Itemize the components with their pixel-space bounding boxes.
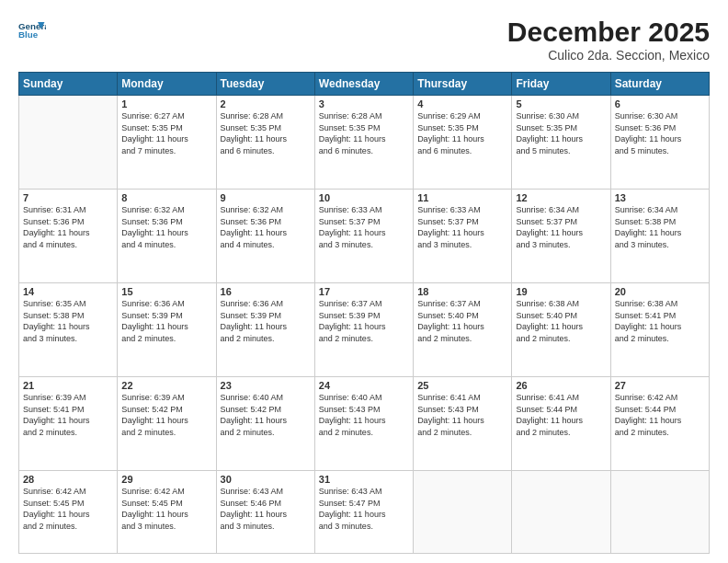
weekday-header-row: SundayMondayTuesdayWednesdayThursdayFrid…: [19, 73, 710, 96]
day-number: 22: [121, 380, 211, 391]
day-number: 25: [417, 380, 507, 391]
day-number: 6: [615, 98, 705, 109]
day-number: 11: [417, 192, 507, 203]
day-number: 8: [121, 192, 211, 203]
day-info: Sunrise: 6:34 AM Sunset: 5:37 PM Dayligh…: [516, 204, 606, 250]
calendar-week-row: 21Sunrise: 6:39 AM Sunset: 5:41 PM Dayli…: [19, 377, 710, 471]
calendar-cell: 27Sunrise: 6:42 AM Sunset: 5:44 PM Dayli…: [610, 377, 709, 471]
day-number: 12: [516, 192, 606, 203]
day-info: Sunrise: 6:43 AM Sunset: 5:46 PM Dayligh…: [221, 486, 311, 532]
logo-icon: General Blue: [18, 17, 46, 44]
location: Culico 2da. Seccion, Mexico: [507, 48, 710, 63]
day-info: Sunrise: 6:42 AM Sunset: 5:45 PM Dayligh…: [121, 486, 211, 532]
svg-text:Blue: Blue: [18, 29, 39, 40]
calendar-cell: 29Sunrise: 6:42 AM Sunset: 5:45 PM Dayli…: [118, 471, 216, 554]
header: General Blue December 2025 Culico 2da. S…: [18, 17, 710, 63]
weekday-header: Wednesday: [314, 73, 413, 96]
day-number: 5: [516, 98, 606, 109]
calendar-table: SundayMondayTuesdayWednesdayThursdayFrid…: [18, 72, 710, 554]
day-number: 30: [221, 474, 311, 485]
day-info: Sunrise: 6:37 AM Sunset: 5:40 PM Dayligh…: [417, 298, 507, 344]
weekday-header: Tuesday: [216, 73, 314, 96]
calendar-cell: 25Sunrise: 6:41 AM Sunset: 5:43 PM Dayli…: [414, 377, 512, 471]
day-number: 31: [319, 474, 409, 485]
day-number: 10: [319, 192, 409, 203]
day-number: 24: [319, 380, 409, 391]
day-info: Sunrise: 6:41 AM Sunset: 5:44 PM Dayligh…: [516, 392, 606, 438]
calendar-cell: 31Sunrise: 6:43 AM Sunset: 5:47 PM Dayli…: [314, 471, 413, 554]
day-info: Sunrise: 6:42 AM Sunset: 5:44 PM Dayligh…: [615, 392, 705, 438]
calendar-week-row: 1Sunrise: 6:27 AM Sunset: 5:35 PM Daylig…: [19, 96, 710, 190]
calendar-cell: 17Sunrise: 6:37 AM Sunset: 5:39 PM Dayli…: [314, 283, 413, 377]
calendar-cell: 15Sunrise: 6:36 AM Sunset: 5:39 PM Dayli…: [118, 283, 216, 377]
calendar-cell: 26Sunrise: 6:41 AM Sunset: 5:44 PM Dayli…: [512, 377, 610, 471]
weekday-header: Monday: [118, 73, 216, 96]
day-number: 21: [23, 380, 113, 391]
calendar-cell: 6Sunrise: 6:30 AM Sunset: 5:36 PM Daylig…: [610, 96, 709, 190]
calendar-cell: 9Sunrise: 6:32 AM Sunset: 5:36 PM Daylig…: [216, 190, 314, 283]
calendar-cell: 4Sunrise: 6:29 AM Sunset: 5:35 PM Daylig…: [414, 96, 512, 190]
page: General Blue December 2025 Culico 2da. S…: [0, 0, 728, 563]
day-number: 3: [319, 98, 409, 109]
calendar-cell: 18Sunrise: 6:37 AM Sunset: 5:40 PM Dayli…: [414, 283, 512, 377]
calendar-cell: [512, 471, 610, 554]
title-block: December 2025 Culico 2da. Seccion, Mexic…: [507, 17, 710, 63]
day-info: Sunrise: 6:39 AM Sunset: 5:41 PM Dayligh…: [23, 392, 113, 438]
day-number: 1: [121, 98, 211, 109]
day-info: Sunrise: 6:37 AM Sunset: 5:39 PM Dayligh…: [319, 298, 409, 344]
day-info: Sunrise: 6:40 AM Sunset: 5:43 PM Dayligh…: [319, 392, 409, 438]
day-number: 16: [221, 286, 311, 297]
weekday-header: Saturday: [610, 73, 709, 96]
calendar-week-row: 14Sunrise: 6:35 AM Sunset: 5:38 PM Dayli…: [19, 283, 710, 377]
day-info: Sunrise: 6:32 AM Sunset: 5:36 PM Dayligh…: [121, 204, 211, 250]
day-number: 26: [516, 380, 606, 391]
month-title: December 2025: [507, 17, 710, 48]
calendar-cell: 13Sunrise: 6:34 AM Sunset: 5:38 PM Dayli…: [610, 190, 709, 283]
day-number: 20: [615, 286, 705, 297]
day-number: 29: [121, 474, 211, 485]
day-number: 23: [221, 380, 311, 391]
day-info: Sunrise: 6:35 AM Sunset: 5:38 PM Dayligh…: [23, 298, 113, 344]
day-info: Sunrise: 6:28 AM Sunset: 5:35 PM Dayligh…: [221, 110, 311, 156]
calendar-cell: [414, 471, 512, 554]
day-number: 18: [417, 286, 507, 297]
calendar-body: 1Sunrise: 6:27 AM Sunset: 5:35 PM Daylig…: [19, 96, 710, 554]
day-info: Sunrise: 6:31 AM Sunset: 5:36 PM Dayligh…: [23, 204, 113, 250]
day-number: 14: [23, 286, 113, 297]
day-number: 17: [319, 286, 409, 297]
calendar-cell: 7Sunrise: 6:31 AM Sunset: 5:36 PM Daylig…: [19, 190, 118, 283]
calendar-cell: 14Sunrise: 6:35 AM Sunset: 5:38 PM Dayli…: [19, 283, 118, 377]
calendar-cell: 23Sunrise: 6:40 AM Sunset: 5:42 PM Dayli…: [216, 377, 314, 471]
day-info: Sunrise: 6:38 AM Sunset: 5:40 PM Dayligh…: [516, 298, 606, 344]
weekday-header: Friday: [512, 73, 610, 96]
day-info: Sunrise: 6:36 AM Sunset: 5:39 PM Dayligh…: [121, 298, 211, 344]
calendar-cell: 22Sunrise: 6:39 AM Sunset: 5:42 PM Dayli…: [118, 377, 216, 471]
calendar-cell: 12Sunrise: 6:34 AM Sunset: 5:37 PM Dayli…: [512, 190, 610, 283]
day-info: Sunrise: 6:30 AM Sunset: 5:35 PM Dayligh…: [516, 110, 606, 156]
day-number: 4: [417, 98, 507, 109]
calendar-cell: 28Sunrise: 6:42 AM Sunset: 5:45 PM Dayli…: [19, 471, 118, 554]
day-number: 13: [615, 192, 705, 203]
calendar-cell: 1Sunrise: 6:27 AM Sunset: 5:35 PM Daylig…: [118, 96, 216, 190]
day-info: Sunrise: 6:42 AM Sunset: 5:45 PM Dayligh…: [23, 486, 113, 532]
calendar-cell: 5Sunrise: 6:30 AM Sunset: 5:35 PM Daylig…: [512, 96, 610, 190]
day-info: Sunrise: 6:39 AM Sunset: 5:42 PM Dayligh…: [121, 392, 211, 438]
calendar-cell: 16Sunrise: 6:36 AM Sunset: 5:39 PM Dayli…: [216, 283, 314, 377]
day-info: Sunrise: 6:28 AM Sunset: 5:35 PM Dayligh…: [319, 110, 409, 156]
calendar-cell: 2Sunrise: 6:28 AM Sunset: 5:35 PM Daylig…: [216, 96, 314, 190]
day-info: Sunrise: 6:34 AM Sunset: 5:38 PM Dayligh…: [615, 204, 705, 250]
day-info: Sunrise: 6:33 AM Sunset: 5:37 PM Dayligh…: [319, 204, 409, 250]
day-info: Sunrise: 6:32 AM Sunset: 5:36 PM Dayligh…: [221, 204, 311, 250]
day-info: Sunrise: 6:29 AM Sunset: 5:35 PM Dayligh…: [417, 110, 507, 156]
calendar-cell: 8Sunrise: 6:32 AM Sunset: 5:36 PM Daylig…: [118, 190, 216, 283]
day-number: 7: [23, 192, 113, 203]
day-number: 28: [23, 474, 113, 485]
weekday-header: Thursday: [414, 73, 512, 96]
day-info: Sunrise: 6:43 AM Sunset: 5:47 PM Dayligh…: [319, 486, 409, 532]
calendar-cell: [610, 471, 709, 554]
calendar-cell: 10Sunrise: 6:33 AM Sunset: 5:37 PM Dayli…: [314, 190, 413, 283]
calendar-cell: 21Sunrise: 6:39 AM Sunset: 5:41 PM Dayli…: [19, 377, 118, 471]
day-number: 9: [221, 192, 311, 203]
day-info: Sunrise: 6:40 AM Sunset: 5:42 PM Dayligh…: [221, 392, 311, 438]
calendar-cell: 24Sunrise: 6:40 AM Sunset: 5:43 PM Dayli…: [314, 377, 413, 471]
